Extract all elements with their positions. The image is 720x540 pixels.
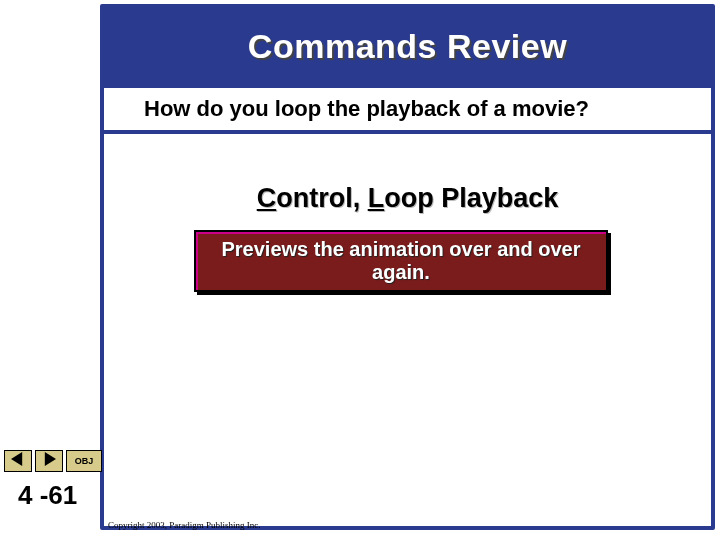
title-band: Commands Review bbox=[104, 8, 711, 84]
answer-part-2: oop Playback bbox=[384, 183, 558, 213]
prev-button[interactable] bbox=[4, 450, 32, 472]
copyright-text: Copyright 2003, Paradigm Publishing Inc. bbox=[108, 520, 261, 530]
question-text: How do you loop the playback of a movie? bbox=[144, 96, 589, 122]
answer-underline-1: C bbox=[257, 183, 277, 213]
obj-button[interactable]: OBJ bbox=[66, 450, 102, 472]
slide-title: Commands Review bbox=[248, 27, 567, 66]
definition-box: Previews the animation over and over aga… bbox=[194, 230, 608, 292]
arrow-left-icon bbox=[11, 452, 25, 470]
svg-marker-0 bbox=[11, 452, 22, 466]
next-button[interactable] bbox=[35, 450, 63, 472]
arrow-right-icon bbox=[42, 452, 56, 470]
answer-underline-2: L bbox=[368, 183, 385, 213]
definition-text: Previews the animation over and over aga… bbox=[208, 238, 594, 284]
answer-part-1: ontrol, bbox=[276, 183, 367, 213]
slide-frame: Commands Review How do you loop the play… bbox=[100, 4, 715, 530]
question-band: How do you loop the playback of a movie? bbox=[104, 84, 711, 134]
obj-label: OBJ bbox=[75, 456, 94, 466]
nav-group: OBJ bbox=[4, 450, 102, 472]
page-number: 4 -61 bbox=[18, 480, 77, 511]
svg-marker-1 bbox=[45, 452, 56, 466]
answer-text: Control, Loop Playback bbox=[104, 183, 711, 214]
